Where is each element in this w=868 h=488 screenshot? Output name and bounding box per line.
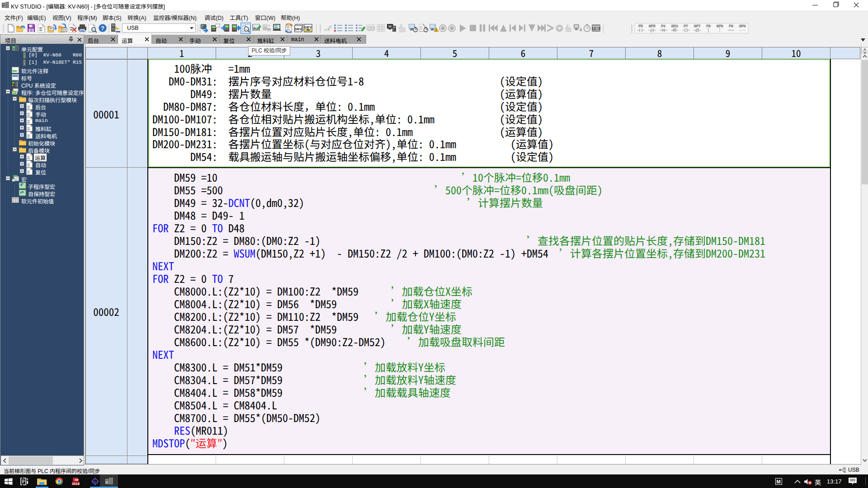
- svg-text:F5: F5: [638, 24, 643, 28]
- svg-text:SF9: SF9: [739, 24, 746, 28]
- svg-text:?: ?: [101, 25, 104, 32]
- svg-text:D: D: [94, 480, 97, 484]
- svg-text:DEV: DEV: [294, 27, 302, 31]
- svg-text:DEV: DEV: [304, 25, 312, 29]
- svg-text:2018: 2018: [72, 482, 80, 486]
- svg-text:F4: F4: [661, 24, 665, 28]
- svg-text:F7: F7: [684, 24, 688, 28]
- svg-text:SF8: SF8: [717, 24, 723, 28]
- svg-text:F8: F8: [706, 24, 711, 28]
- svg-text:M: M: [388, 24, 392, 28]
- svg-text:SF4: SF4: [671, 24, 678, 28]
- svg-text:SF7: SF7: [694, 24, 701, 28]
- svg-text:sw: sw: [75, 478, 79, 481]
- svg-text:SF5: SF5: [649, 24, 656, 28]
- svg-text:12:0: 12:0: [592, 27, 600, 31]
- svg-text:F9: F9: [729, 24, 733, 28]
